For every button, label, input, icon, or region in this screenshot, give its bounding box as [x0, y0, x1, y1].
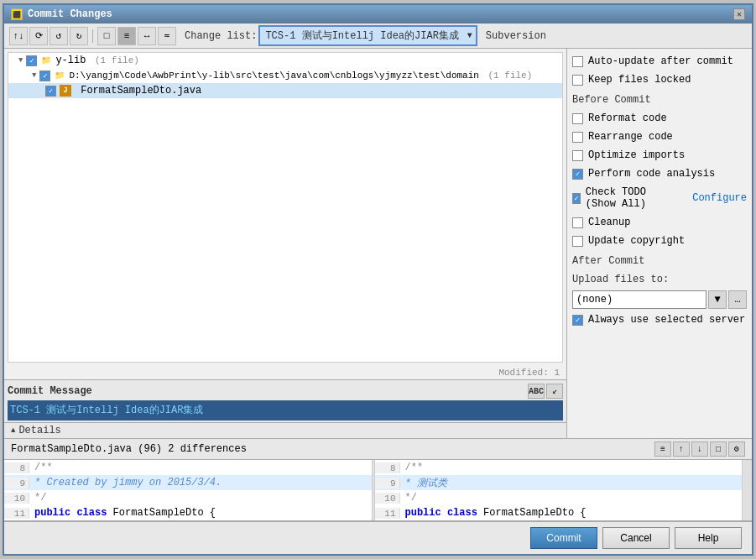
close-button[interactable]: ✕: [733, 8, 745, 20]
cleanup-row: Cleanup: [572, 215, 747, 230]
left-panel: ▼ ✓ 📁 y-lib (1 file) ▼ ✓ 📁 D:\yangjm\Cod…: [4, 49, 567, 438]
window-title: Commit Changes: [28, 8, 112, 20]
changelist-value: TCS-1 测试与Intellj Idea的JIAR集成: [265, 29, 458, 43]
line-num-right-2: 9: [375, 478, 400, 488]
checkbox-perform-code-analysis[interactable]: ✓: [572, 169, 583, 180]
line-content-right-4: public class FormatSampleDto {: [400, 507, 743, 519]
line-content-left-2: * Created by jimmy on 2015/3/4.: [29, 477, 372, 488]
diff-tool-btn-1[interactable]: ≡: [654, 441, 671, 457]
keep-locked-label: Keep files locked: [588, 74, 691, 86]
right-panel: Auto-update after commit Keep files lock…: [567, 49, 752, 438]
line-content-left-1: /**: [29, 462, 372, 473]
checkbox-auto-update[interactable]: [572, 56, 583, 67]
rearrange-code-row: Rearrange code: [572, 129, 747, 144]
changelist-dropdown[interactable]: TCS-1 测试与Intellj Idea的JIAR集成 ▼: [258, 25, 477, 46]
changelist-label: Change list:: [185, 30, 257, 42]
checkbox-ylib[interactable]: ✓: [26, 55, 37, 66]
toolbar-btn-8[interactable]: ≂: [158, 27, 176, 45]
perform-code-analysis-label: Perform code analysis: [588, 168, 715, 180]
toolbar-btn-5[interactable]: □: [97, 27, 116, 45]
line-num-left-1: 8: [4, 462, 29, 473]
always-use-server-row: ✓ Always use selected server: [572, 312, 747, 327]
separator-1: [92, 29, 93, 43]
line-num-right-3: 10: [375, 493, 400, 504]
chevron-down-icon: ▼: [467, 31, 472, 40]
tree-item-ylib[interactable]: ▼ ✓ 📁 y-lib (1 file): [8, 53, 562, 68]
diff-tools: ≡ ↑ ↓ □ ⚙: [654, 441, 745, 457]
file-label: FormatSampleDto.java: [75, 85, 201, 97]
help-button[interactable]: Help: [675, 527, 742, 549]
commit-msg-tool-btn[interactable]: ↙: [546, 384, 563, 399]
spell-check-btn[interactable]: ABC: [528, 384, 545, 399]
auto-update-label: Auto-update after commit: [588, 55, 733, 67]
diff-header: FormatSampleDto.java (96) 2 differences …: [4, 439, 752, 460]
title-bar-left: ⬛ Commit Changes: [11, 8, 112, 20]
checkbox-check-todo[interactable]: ✓: [572, 193, 581, 204]
toolbar-btn-1[interactable]: ↑↓: [9, 27, 28, 45]
tree-item-file[interactable]: ✓ J FormatSampleDto.java: [8, 83, 562, 98]
checkbox-path[interactable]: ✓: [39, 71, 50, 81]
checkbox-cleanup[interactable]: [572, 217, 583, 228]
subversion-label: Subversion: [486, 30, 546, 42]
path-label: D:\yangjm\Code\AwbPrint\y-lib\src\test\j…: [69, 71, 478, 81]
reformat-code-row: Reformat code: [572, 111, 747, 126]
diff-tool-btn-2[interactable]: ↑: [673, 441, 690, 457]
always-use-server-label: Always use selected server: [588, 314, 745, 326]
update-copyright-label: Update copyright: [588, 235, 685, 247]
diff-section: FormatSampleDto.java (96) 2 differences …: [4, 438, 752, 520]
commit-button[interactable]: Commit: [530, 527, 597, 549]
diff-line-right-3: 10 */: [375, 490, 743, 505]
toolbar-btn-7[interactable]: ↔: [138, 27, 156, 45]
folder-icon: 📁: [40, 55, 52, 66]
toolbar-btn-4[interactable]: ↻: [70, 27, 88, 45]
toolbar: ↑↓ ⟳ ↺ ↻ □ ≡ ↔ ≂ Change list: TCS-1 测试与I…: [4, 24, 752, 49]
cleanup-label: Cleanup: [588, 217, 630, 228]
checkbox-update-copyright[interactable]: [572, 236, 583, 247]
checkbox-always-use-server[interactable]: ✓: [572, 315, 583, 326]
toolbar-btn-6[interactable]: ≡: [117, 27, 136, 45]
diff-left: 8 /** 9 * Created by jimmy on 2015/3/4. …: [4, 460, 372, 520]
cancel-button[interactable]: Cancel: [602, 527, 670, 549]
configure-link[interactable]: Configure: [692, 192, 747, 204]
commit-message-title: Commit Message: [8, 385, 92, 397]
tree-item-path[interactable]: ▼ ✓ 📁 D:\yangjm\Code\AwbPrint\y-lib\src\…: [8, 68, 562, 83]
line-content-left-4: public class FormatSampleDto {: [29, 507, 372, 519]
line-content-right-3: */: [400, 492, 743, 504]
line-content-right-2: * 测试类: [400, 476, 743, 490]
checkbox-keep-locked[interactable]: [572, 75, 583, 86]
ylib-label: y-lib: [55, 55, 86, 66]
details-section[interactable]: ▲ Details: [4, 422, 566, 438]
file-tree[interactable]: ▼ ✓ 📁 y-lib (1 file) ▼ ✓ 📁 D:\yangjm\Cod…: [8, 52, 563, 363]
diff-scrollbar[interactable]: [742, 460, 752, 520]
line-num-left-3: 10: [4, 493, 29, 504]
dropdown-arrow-btn[interactable]: ▼: [708, 290, 727, 309]
reformat-code-label: Reformat code: [588, 112, 667, 124]
commit-message-header: Commit Message ABC ↙: [8, 382, 563, 400]
commit-message-section: Commit Message ABC ↙ TCS-1 测试与Intellj Id…: [4, 379, 566, 422]
upload-value: (none): [576, 294, 613, 306]
checkbox-optimize-imports[interactable]: [572, 150, 583, 161]
diff-tool-btn-4[interactable]: □: [710, 441, 727, 457]
details-expand-icon: ▲: [11, 426, 15, 435]
upload-select[interactable]: (none): [572, 290, 706, 309]
check-todo-row: ✓ Check TODO (Show All) Configure: [572, 185, 747, 212]
toolbar-btn-3[interactable]: ↺: [50, 27, 68, 45]
toolbar-btn-2[interactable]: ⟳: [29, 27, 48, 45]
diff-line-right-2: 9 * 测试类: [375, 475, 743, 490]
checkbox-file[interactable]: ✓: [45, 86, 56, 97]
line-num-right-1: 8: [375, 462, 400, 473]
keep-locked-row: Keep files locked: [572, 72, 747, 87]
checkbox-reformat-code[interactable]: [572, 113, 583, 124]
check-todo-label: Check TODO (Show All): [586, 186, 676, 210]
optimize-imports-label: Optimize imports: [588, 149, 685, 161]
diff-line-left-1: 8 /**: [4, 460, 372, 475]
optimize-imports-row: Optimize imports: [572, 148, 747, 163]
diff-tool-btn-3[interactable]: ↓: [691, 441, 708, 457]
checkbox-rearrange-code[interactable]: [572, 132, 583, 143]
window-icon: ⬛: [11, 8, 23, 20]
browse-btn[interactable]: …: [728, 290, 747, 309]
main-content: ▼ ✓ 📁 y-lib (1 file) ▼ ✓ 📁 D:\yangjm\Cod…: [4, 49, 752, 438]
commit-message-input[interactable]: TCS-1 测试与Intellj Idea的JIAR集成: [8, 400, 563, 421]
line-content-left-3: */: [29, 492, 372, 504]
diff-tool-btn-5[interactable]: ⚙: [728, 441, 745, 457]
